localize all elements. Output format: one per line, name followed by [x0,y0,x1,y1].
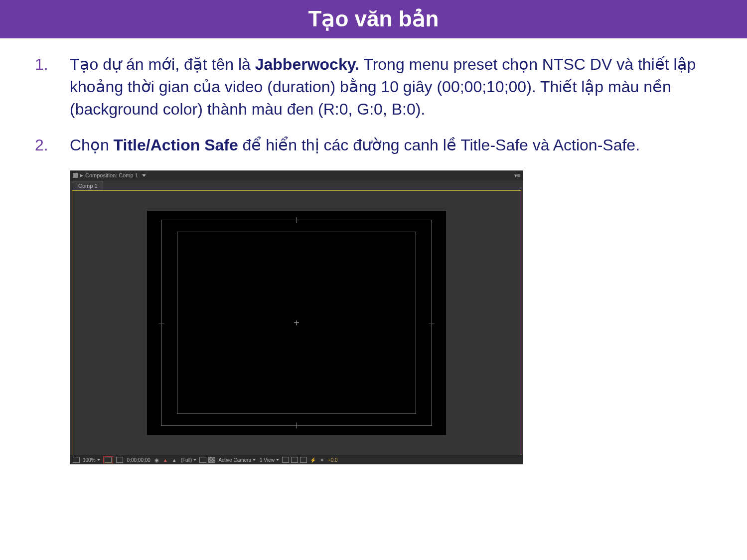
instruction-list: Tạo dự án mới, đặt tên là Jabberwocky. T… [35,53,712,156]
pixel-aspect-icon[interactable] [282,457,289,463]
panel-arrow-icon: ▶ [80,173,83,178]
step2-text-post: để hiển thị các đường canh lề Title-Safe… [238,136,640,154]
channel-icon[interactable]: ▲ [162,457,169,463]
channel-icon-2[interactable]: ▲ [171,457,178,463]
instruction-step-1: Tạo dự án mới, đặt tên là Jabberwocky. T… [35,53,712,120]
timecode[interactable]: 0;00;00;00 [126,457,151,463]
instruction-step-2: Chọn Title/Action Safe để hiển thị các đ… [35,134,712,156]
step1-text-pre: Tạo dự án mới, đặt tên là [70,55,255,73]
panel-tabs: Comp 1 [70,180,523,190]
center-crosshair-icon: + [294,318,299,328]
grid-toggle[interactable] [115,457,124,463]
transparency-icon[interactable] [208,457,215,463]
title-safe-toggle[interactable] [103,456,113,463]
view-dropdown[interactable]: 1 View [259,457,280,463]
panel-square-icon [73,173,78,178]
safe-zone-icon [105,457,112,463]
tick-bottom [297,422,297,428]
roi-icon[interactable] [199,457,206,463]
slide-title: Tạo văn bản [0,0,747,38]
step2-bold: Title/Action Safe [114,136,238,154]
view-layout-icon[interactable] [300,457,307,463]
tick-right [429,323,435,323]
panel-title-label[interactable]: ▶ Composition: Comp 1 [73,172,146,178]
camera-dropdown[interactable]: Active Camera [217,457,257,463]
panel-header: ▶ Composition: Comp 1 ▾≡ [70,170,523,180]
panel-menu-icon[interactable]: ▾≡ [514,172,520,179]
step2-text-pre: Chọn [70,136,114,154]
after-effects-panel: ▶ Composition: Comp 1 ▾≡ Comp 1 + [70,170,523,464]
composition-frame: + [147,211,446,435]
panel-title-text: Composition: Comp 1 [85,172,138,178]
grid-icon [116,457,123,463]
panel-dropdown-icon[interactable] [142,174,146,177]
viewer-toolbar: 100% 0;00;00;00 ◉ ▲ ▲ (Full) Active Came… [70,455,523,464]
content-area: Tạo dự án mới, đặt tên là Jabberwocky. T… [0,38,747,464]
tick-top [297,217,297,223]
magnify-icon[interactable] [73,457,80,463]
composition-tab[interactable]: Comp 1 [73,181,103,190]
step1-bold: Jabberwocky. [255,55,359,73]
composition-viewer[interactable]: + [72,190,521,455]
tick-left [158,323,164,323]
draft-3d-icon[interactable] [291,457,298,463]
timeline-icon[interactable]: ⚡ [309,457,317,463]
flowchart-icon[interactable]: ✦ [319,457,325,463]
zoom-dropdown[interactable]: 100% [82,457,101,463]
exposure-value[interactable]: +0.0 [327,457,339,463]
resolution-dropdown[interactable]: (Full) [180,457,198,463]
snapshot-icon[interactable]: ◉ [153,457,160,463]
